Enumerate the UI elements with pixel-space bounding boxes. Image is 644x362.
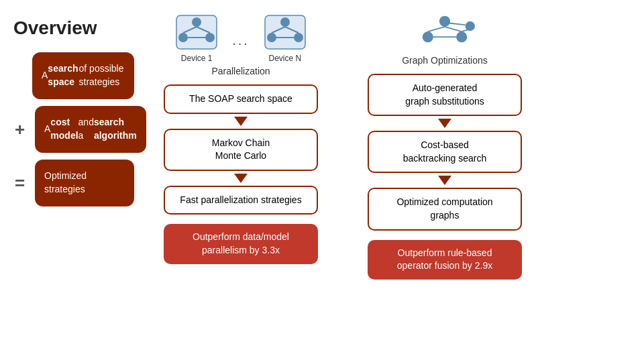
svg-line-22	[462, 29, 468, 32]
left-box-search-space: A search space of possible strategies	[32, 52, 134, 99]
right-flow-arrow1	[438, 119, 451, 128]
svg-line-19	[445, 27, 462, 32]
right-flow-box1: Auto-generated graph substitutions	[368, 74, 522, 116]
svg-point-2	[178, 33, 188, 42]
svg-point-3	[205, 33, 215, 42]
right-flow-box2: Cost-based backtracking search	[368, 131, 522, 173]
mid-flow-arrow1	[234, 117, 248, 126]
svg-point-15	[423, 32, 433, 42]
svg-line-21	[449, 23, 465, 25]
svg-point-9	[267, 33, 276, 42]
mid-flow-arrow2	[234, 174, 248, 183]
plus-symbol: +	[13, 121, 30, 138]
mid-flow-box1: The SOAP search space	[164, 84, 318, 114]
parallelization-label: Parallelization	[211, 66, 270, 76]
mid-flow-box3: Fast parallelization strategies	[164, 186, 318, 215]
mid-flow-box4: Outperform data/model parallelism by 3.3…	[164, 224, 318, 263]
dots: ...	[232, 33, 250, 48]
deviceN-icon	[262, 12, 309, 52]
graph-opt-icon	[415, 12, 475, 52]
deviceN-label: Device N	[268, 54, 301, 63]
left-box-cost-model: A cost model and a search algorithm	[35, 106, 146, 153]
device1-label: Device 1	[181, 54, 213, 63]
device1-icon	[173, 12, 220, 52]
mid-flow-box2: Markov Chain Monte Carlo	[164, 129, 318, 171]
graph-opt-label: Graph Optimizations	[402, 55, 488, 66]
svg-point-10	[294, 33, 303, 42]
page-title: Overview	[13, 17, 134, 39]
equals-symbol: =	[13, 174, 30, 192]
left-box-optimized: Optimized strategies	[35, 160, 134, 206]
svg-point-14	[439, 16, 450, 27]
svg-point-16	[456, 32, 467, 42]
right-flow-box4: Outperform rule-based operator fusion by…	[368, 240, 522, 280]
svg-point-8	[280, 17, 290, 27]
svg-point-1	[192, 17, 201, 27]
right-flow-arrow2	[438, 176, 451, 185]
svg-line-18	[428, 27, 445, 32]
right-flow-box3: Optimized computation graphs	[368, 188, 522, 230]
